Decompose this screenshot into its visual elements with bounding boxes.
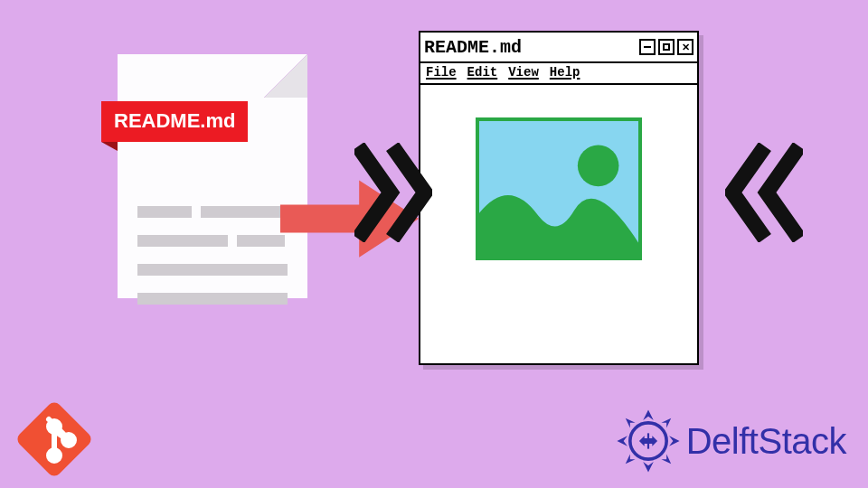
menu-edit[interactable]: Edit [467,65,498,81]
svg-marker-8 [643,409,654,420]
image-placeholder-icon [476,117,642,260]
maximize-button[interactable] [658,39,675,55]
window-body [420,85,697,361]
doc-text-lines [137,206,288,322]
window-controls [639,39,693,55]
git-logo-icon [11,396,98,483]
svg-point-6 [49,450,60,461]
svg-marker-12 [626,418,636,428]
chevron-left-double-icon [725,143,803,242]
menu-help[interactable]: Help [550,65,580,81]
chevron-right-double-icon [354,143,432,242]
svg-marker-10 [617,436,627,446]
menu-view[interactable]: View [508,65,539,81]
readme-badge: README.md [101,101,248,142]
svg-point-0 [578,145,619,187]
svg-marker-13 [661,418,671,428]
window-title: README.md [424,37,522,58]
svg-marker-14 [626,454,636,464]
delftstack-wordmark: DelftStack [686,421,846,462]
readme-document-icon: README.md [118,54,307,298]
svg-point-7 [63,435,74,446]
window-titlebar[interactable]: README.md [420,33,697,63]
delftstack-emblem-icon [616,408,681,474]
svg-marker-9 [643,462,654,473]
svg-point-5 [49,421,60,432]
svg-marker-11 [669,436,680,446]
close-button[interactable] [677,39,693,55]
minimize-button[interactable] [639,39,656,55]
text-editor-window: README.md File Edit View Help [419,31,699,365]
delftstack-logo: DelftStack [616,408,846,474]
window-menubar: File Edit View Help [420,63,697,85]
menu-file[interactable]: File [426,65,457,81]
svg-marker-15 [661,454,671,464]
